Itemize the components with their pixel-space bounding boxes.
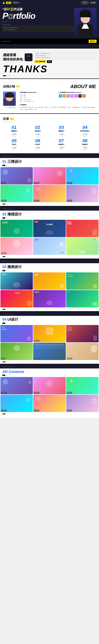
portfolio-poster-title: 02 海报设计 [2,212,22,216]
portfolio-3d-title: 01 三维设计 [2,160,22,164]
portfolio-poster-section: PORTFOLIO 02 海报设计 户外海报 NEW 安心溯源季 傲天无际风景 … [0,206,99,259]
portfolio-ui-section: PORTFOLIO 04 UI设计 smart money 网页设计 The B… [0,312,99,364]
poster-img-4: 品牌海报 [0,238,33,255]
ar-img-2: AR效果2 [33,377,66,394]
content-item-06: 06 KV设计 小七素材 UI/UX/UI [27,138,49,150]
skill-pr: Pr [70,94,74,98]
portfolio-poster-images: 户外海报 NEW 安心溯源季 傲天无际风景 品牌海报 开门红 立开门红 活动设计 [0,218,99,256]
hero-section: 2023 视觉设计 :Reels 作品集 *设计①作品集 Portfolio P… [0,0,99,48]
hero-bottom: WeChat:xxxxx 宋小七 [0,38,99,44]
thanks-big-text: THANKS [3,64,96,74]
about-skills-header: 专业技能 PROFESSIONAL SKILLS [59,92,96,94]
skill-xd: Xd [74,94,78,98]
hero-character-avatar [74,8,96,36]
thanks-dot-3 [8,75,9,76]
svg-marker-0 [2,2,5,4]
contents-badge: 📋 [10,118,14,120]
portfolio-3d-section: PORTFOLIO 01 三维设计 3D渲染 产品设计 空间设计 角色设计 [0,154,99,206]
portfolio-poster-nav [0,256,99,258]
illus-img-2: 脱贫致富奔小康 [33,272,66,290]
content-item-03: 03 海报设计 小七素材 品牌设计 [50,125,72,137]
about-skills: 专业技能 PROFESSIONAL SKILLS Ps Ai Ae Pr Xd … [59,92,96,102]
about-left: 宋小七/视觉设计师 [3,92,18,110]
content-item-02: 02 标志设计 小七素材 品牌设计 [27,125,49,137]
portfolio-3d-img-2: 产品设计 [33,167,66,184]
content-item-08: 08 其他设计 小七素材 品牌设计 [74,138,96,150]
bottom-spacer [0,418,99,421]
about-info-header: 基本信息 INFORMATION [20,92,57,94]
portfolio-3d-img-3: 空间设计 [66,167,98,184]
ui-img-6: 界面设计 [66,343,98,360]
portfolio-3d-img-1: 3D渲染 [0,167,33,184]
ui-img-1: smart money [0,325,33,342]
contents-subtitle: Contents Introduce [3,122,96,123]
ar-img-6: AR效果6 [66,395,98,412]
reels-label: :Reels [81,1,89,4]
about-right: 基本信息 INFORMATION 姓名：楠楠 年龄：24岁 电话：1234567… [20,92,96,110]
ar-header: PORTFOLIO [0,364,99,368]
portfolio-3d-header: PORTFOLIO [0,154,99,158]
skill-c4d: C4D [78,94,82,98]
portfolio-ui-title-area: 04 UI设计 [0,316,99,324]
about-name-label: 宋小七/视觉设计师 [3,107,18,108]
ar-title-area: AR Contents [0,368,99,376]
hero-wechat: WeChat:xxxxx [2,24,74,26]
about-title-cn: 自我介绍 [3,84,15,88]
portfolio-ui-images: smart money 网页设计 The BestPaymentsExperie… [0,324,99,362]
content-item-07: 07 动效设计 小七素材 UI/UX/UI [50,138,72,150]
works-badge: 作品集 [90,1,96,4]
skill-blender: Bl [82,94,86,98]
poster-img-1: 户外海报 [0,220,33,237]
portfolio-illus-title-area: 03 插画设计 [0,263,99,271]
portfolio-illus-section: PORTFOLIO 03 插画设计 天天行乐 脱贫致富奔小康 2022 上海 咖… [0,259,99,312]
portfolio-illus-images: 天天行乐 脱贫致富奔小康 2022 上海 咖啡文化节 ↑↑ 保持进取 天趣行乐 … [0,271,99,309]
poster-img-5: 开门红 立开门红 [33,238,66,255]
thanks-name-label: 宋小七薪资期望 [34,60,46,63]
skill-ai: Ai [63,94,66,98]
ar-title: AR Contents [2,370,24,374]
skill-ps: Ps [59,94,62,98]
about-basic-info: 基本信息 INFORMATION 姓名：楠楠 年龄：24岁 电话：1234567… [20,92,57,102]
contents-title-cn: 目录 [3,117,9,121]
about-self-eval-header: 自我评价 [20,104,96,106]
about-avatar [3,92,16,106]
poster-img-3: 傲天无际风景 [66,220,98,237]
content-item-01: 01 品牌设计 小七素材 品牌设计 [3,125,25,137]
ar-img-1: AR效果1 [0,377,33,394]
hero-name-tag: 宋小七 [88,40,96,43]
thanks-number-badge: 5.5 [47,60,52,63]
portfolio-3d-title-area: 01 三维设计 [0,158,99,166]
portfolio-3d-nav [0,204,99,206]
illus-img-3: 2022 上海 咖啡文化节 [66,272,98,290]
thanks-dot-2 [6,75,8,76]
thanks-phone-icon: 📱 [25,53,32,61]
portfolio-illus-title: 03 插画设计 [2,265,22,269]
about-self-eval-text: 本人性格开朗，善于沟通，工作3年设计经历，熟悉ps、ai、ae等软件，擅长平面海… [20,106,96,110]
thanks-dot-4 [10,75,10,76]
portfolio-ui-header: PORTFOLIO [0,312,99,316]
ui-img-3: The BestPaymentsExperience [66,325,98,342]
portfolio-3d-img-5: 场景设计 [33,185,66,202]
about-self-eval: 自我评价 本人性格开朗，善于沟通，工作3年设计经历，熟悉ps、ai、ae等软件，… [20,104,96,110]
ui-img-2: 网页设计 [33,325,66,342]
ar-images: AR效果1 AR效果2 AR效果3 AR效果4 AR效果5 AR效果6 [0,376,99,414]
portfolio-ui-label: PORTFOLIO [2,314,14,315]
about-title-en: ABOUT ME [70,84,96,89]
thanks-cn-text: 感谢观看 期待你的来电 [3,53,23,62]
portfolio-ui-title: 04 UI设计 [2,317,18,322]
subtitle-badge: 视觉设计 [12,1,20,4]
poster-img-6: 活动设计 [66,238,98,255]
contents-grid: 01 品牌设计 小七素材 品牌设计 02 标志设计 小七素材 品牌设计 03 海… [3,125,96,150]
illus-img-4: ↑↑ 保持进取 [0,290,33,308]
portfolio-ui-nav [0,362,99,364]
content-item-05: 05 UI设计 小七素材 UI/UX/UI [3,138,25,150]
contents-section: 目录 📋 Contents Introduce 01 品牌设计 小七素材 品牌设… [0,114,99,154]
about-info-rows: 姓名：楠楠 年龄：24岁 电话：12345678901 微信：1234567@1… [20,94,57,102]
thanks-dot-1 [3,75,6,76]
illus-img-5: 天趣行乐 [33,290,66,308]
ar-img-4: AR效果4 [0,395,33,412]
hero-portfolio-label: PORTFOLIO [2,21,12,22]
ui-img-4: 小程序 [0,343,33,360]
portfolio-3d-img-6: 建筑设计 [66,185,98,202]
portfolio-illus-label: PORTFOLIO [2,261,14,262]
